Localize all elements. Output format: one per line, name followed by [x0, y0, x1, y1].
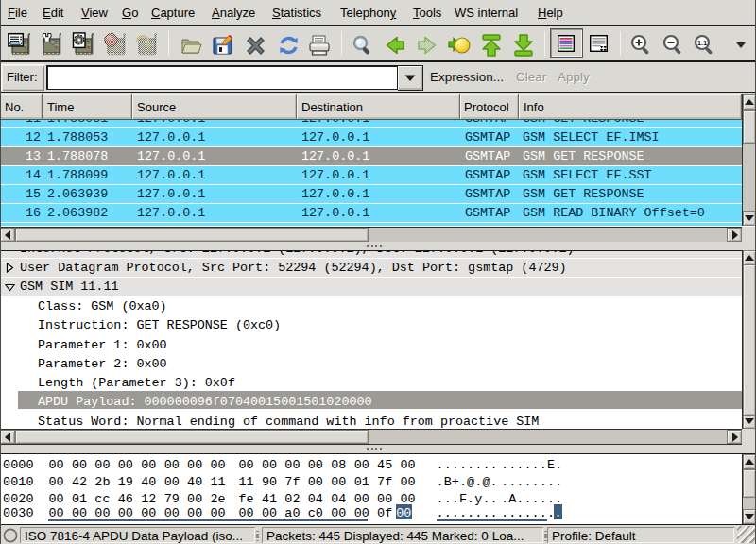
svg-text:1:1: 1:1	[697, 40, 707, 46]
